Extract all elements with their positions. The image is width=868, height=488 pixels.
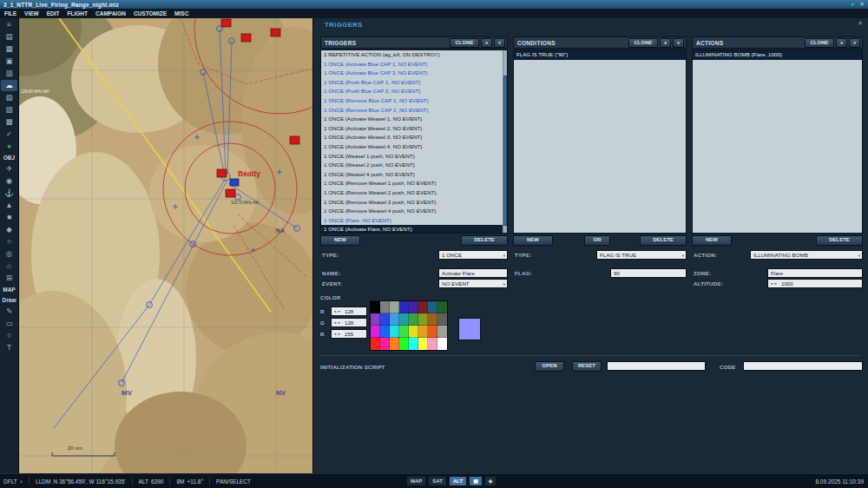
trigger-item[interactable]: 1 ONCE (Remove Blue CAP 1, NO EVENT) <box>321 96 507 106</box>
trigger-item[interactable]: 1 ONCE (Weasel 1 push, NO EVENT) <box>321 152 507 162</box>
menu-item[interactable]: EDIT <box>47 10 60 16</box>
palette-swatch[interactable] <box>399 313 409 326</box>
palette-swatch[interactable] <box>428 338 437 350</box>
vehicle-icon[interactable]: ▲ <box>1 200 17 211</box>
increment-icon[interactable]: ► <box>338 332 341 336</box>
layers-toggle-button[interactable]: ◈ <box>484 476 497 486</box>
delete-condition-button[interactable]: DELETE <box>640 235 687 246</box>
trigger-item[interactable]: 1 ONCE (Push Blue CAP 1, NO EVENT) <box>321 78 507 88</box>
move-trigger-down-button[interactable]: ∨ <box>494 38 505 48</box>
delete-action-button[interactable]: DELETE <box>816 235 863 246</box>
reset-script-button[interactable]: RESET <box>572 361 602 372</box>
trigger-zone-icon[interactable]: ○ <box>1 236 17 247</box>
failures-icon[interactable]: ▧ <box>1 92 17 103</box>
trigger-item[interactable]: 1 ONCE (Remove Blue CAP 2, NO EVENT) <box>321 106 507 115</box>
color-palette[interactable] <box>370 300 448 351</box>
trigger-item[interactable]: 1 ONCE (Activate Weasel 3, NO EVENT) <box>321 133 507 142</box>
palette-swatch[interactable] <box>428 301 437 313</box>
move-action-down-button[interactable]: ∨ <box>849 38 860 48</box>
palette-swatch[interactable] <box>371 313 380 326</box>
palette-swatch[interactable] <box>437 326 447 338</box>
palette-swatch[interactable] <box>399 326 409 338</box>
increment-icon[interactable]: ► <box>338 309 341 313</box>
palette-swatch[interactable] <box>380 326 390 338</box>
script-path-field[interactable] <box>607 361 706 371</box>
palette-swatch[interactable] <box>380 313 390 326</box>
waypoint-icon[interactable]: ◎ <box>1 248 17 260</box>
condition-item[interactable]: FLAG IS TRUE ("90") <box>514 50 686 60</box>
move-action-up-button[interactable]: ∧ <box>836 38 847 48</box>
grid-toggle-button[interactable]: ▦ <box>469 476 483 486</box>
action-zone-field[interactable]: Flare <box>767 268 863 278</box>
mission-goals-icon[interactable]: ▨ <box>1 104 17 115</box>
triggers-list[interactable]: 2 REPETITIVE ACTION (ag_kill, ON DESTROY… <box>320 49 508 234</box>
close-panel-icon[interactable]: ✕ <box>858 20 863 27</box>
shape-rect-icon[interactable]: ▭ <box>1 318 17 329</box>
summary-icon[interactable]: ▩ <box>1 116 17 128</box>
palette-swatch[interactable] <box>418 301 428 313</box>
helicopter-icon[interactable]: ◉ <box>1 175 17 187</box>
move-trigger-up-button[interactable]: ∧ <box>481 38 492 48</box>
action-item[interactable]: ILLUMINATING BOMB (Flare, 1000) <box>693 50 862 60</box>
profile-dropdown[interactable]: DFLT ∨ <box>3 478 23 485</box>
trigger-item[interactable]: 1 ONCE (Push Blue CAP 2, NO EVENT) <box>321 87 507 96</box>
red-stepper[interactable]: ◄ ► 128 <box>331 307 367 316</box>
save-mission-icon[interactable]: ▣ <box>1 56 17 67</box>
trigger-item[interactable]: 2 REPETITIVE ACTION (ag_kill, ON DESTROY… <box>321 50 507 60</box>
conditions-list[interactable]: FLAG IS TRUE ("90") <box>513 49 687 234</box>
palette-swatch[interactable] <box>371 326 380 338</box>
new-trigger-button[interactable]: NEW <box>320 235 360 246</box>
trigger-name-field[interactable]: Activate Flare <box>438 268 508 278</box>
palette-swatch[interactable] <box>418 338 428 350</box>
decrement-icon[interactable]: ◄ <box>333 332 337 336</box>
move-condition-down-button[interactable]: ∨ <box>673 38 684 48</box>
condition-type-dropdown[interactable]: FLAG IS TRUE ▾ <box>596 250 687 260</box>
palette-swatch[interactable] <box>409 313 418 326</box>
move-condition-up-button[interactable]: ∧ <box>660 38 671 48</box>
trigger-item[interactable]: 1 ONCE (Activate Weasel 4, NO EVENT) <box>321 142 507 152</box>
template-icon[interactable]: ◆ <box>1 224 17 235</box>
trigger-item[interactable]: 1 ONCE (Activate Flare, NO EVENT) <box>321 225 507 234</box>
delete-trigger-button[interactable]: DELETE <box>461 235 508 246</box>
map-view-button[interactable]: MAP <box>406 476 426 486</box>
clone-action-button[interactable]: CLONE <box>805 38 834 48</box>
palette-swatch[interactable] <box>390 326 399 338</box>
action-type-dropdown[interactable]: ILLUMINATING BOMB ▾ <box>750 250 863 260</box>
close-window-icon[interactable]: ✕ <box>859 1 865 8</box>
action-altitude-stepper[interactable]: ◄ ► 1000 <box>767 279 863 288</box>
trigger-item[interactable]: 1 ONCE (Activate Blue CAP 2, NO EVENT) <box>321 69 507 78</box>
open-mission-icon[interactable]: ▦ <box>1 43 17 55</box>
or-condition-button[interactable]: OR <box>584 235 610 246</box>
mission-options-icon[interactable]: ▥ <box>1 68 17 79</box>
palette-swatch[interactable] <box>371 338 380 350</box>
palette-swatch[interactable] <box>399 301 409 313</box>
trigger-event-dropdown[interactable]: NO EVENT ▾ <box>438 279 508 288</box>
actions-list[interactable]: ILLUMINATING BOMB (Flare, 1000) <box>692 49 863 234</box>
text-tool-icon[interactable]: T <box>1 342 17 353</box>
triggers-scrollbar[interactable] <box>503 50 507 233</box>
palette-swatch[interactable] <box>437 338 447 350</box>
trigger-item[interactable]: 1 ONCE (Remove Weasel 3 push, NO EVENT) <box>321 198 507 208</box>
palette-swatch[interactable] <box>390 301 399 313</box>
new-mission-icon[interactable]: ▤ <box>1 31 17 43</box>
trigger-item[interactable]: 1 ONCE (Activate Blue CAP 1, NO EVENT) <box>321 60 507 69</box>
airbase-icon[interactable]: ⌂ <box>1 260 17 272</box>
condition-flag-field[interactable]: 90 <box>610 268 687 278</box>
code-field[interactable] <box>743 361 863 371</box>
palette-swatch[interactable] <box>390 313 399 326</box>
decrement-icon[interactable]: ◄ <box>770 281 773 286</box>
static-object-icon[interactable]: ■ <box>1 212 17 223</box>
menu-item[interactable]: FLIGHT <box>68 10 88 16</box>
decrement-icon[interactable]: ◄ <box>333 309 337 313</box>
palette-swatch[interactable] <box>409 338 418 350</box>
mission-map[interactable]: Beatty 116.70 MHz AM 129.60 MHz AM MV NV… <box>19 18 312 473</box>
menu-icon[interactable]: ≡ <box>1 19 17 30</box>
trigger-item[interactable]: 1 ONCE (Activate Weasel 1, NO EVENT) <box>321 115 507 124</box>
menu-item[interactable]: CUSTOMIZE <box>134 10 167 16</box>
increment-icon[interactable]: ► <box>338 320 341 325</box>
trigger-item[interactable]: 1 ONCE (Flare, NO EVENT) <box>321 216 507 226</box>
palette-swatch[interactable] <box>418 326 428 338</box>
palette-swatch[interactable] <box>437 313 447 326</box>
airplane-icon[interactable]: ✈ <box>1 163 17 175</box>
menu-item[interactable]: CAMPAIGN <box>95 10 126 16</box>
